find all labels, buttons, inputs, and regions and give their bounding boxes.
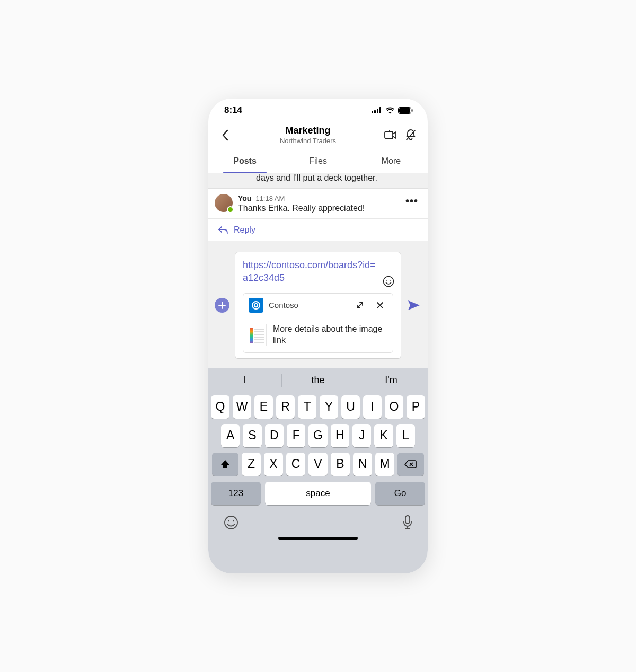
app-name: Contoso (269, 300, 347, 310)
key-z[interactable]: Z (242, 453, 261, 476)
dismiss-card-button[interactable] (373, 298, 387, 313)
svg-point-12 (384, 277, 394, 287)
send-button[interactable] (407, 299, 421, 312)
app-logo-icon (249, 298, 263, 313)
key-n[interactable]: N (353, 453, 372, 476)
svg-point-22 (225, 516, 237, 529)
key-b[interactable]: B (331, 453, 350, 476)
svg-rect-5 (399, 108, 410, 113)
dictation-button[interactable] (402, 515, 413, 530)
reply-icon (218, 226, 228, 234)
svg-line-17 (357, 303, 363, 308)
key-m[interactable]: M (375, 453, 394, 476)
tab-files[interactable]: Files (281, 150, 355, 173)
reply-button[interactable]: Reply (208, 218, 428, 241)
channel-header: Marketing Northwind Traders (208, 122, 428, 150)
message-author: You (238, 194, 251, 202)
key-s[interactable]: S (243, 424, 261, 447)
svg-rect-7 (385, 131, 393, 139)
meet-now-button[interactable] (383, 128, 398, 143)
emoji-picker-button[interactable] (383, 276, 394, 287)
key-d[interactable]: D (265, 424, 284, 447)
emoji-keyboard-button[interactable] (223, 515, 239, 530)
svg-rect-0 (372, 111, 373, 113)
home-indicator[interactable] (278, 537, 358, 540)
preview-description: More details about the image link (273, 324, 387, 346)
message-text: Thanks Erika. Really appreciated! (238, 204, 400, 213)
notifications-button[interactable] (403, 128, 418, 143)
team-name: Northwind Traders (238, 137, 378, 145)
compose-add-button[interactable] (215, 298, 229, 313)
key-e[interactable]: E (254, 395, 273, 419)
tab-posts[interactable]: Posts (208, 150, 281, 173)
phone-frame: 8:14 Marketing Northwind Traders (208, 99, 428, 573)
key-a[interactable]: A (221, 424, 240, 447)
key-y[interactable]: Y (320, 395, 338, 419)
battery-icon (398, 107, 413, 114)
svg-point-24 (233, 520, 234, 521)
key-k[interactable]: K (374, 424, 393, 447)
key-l[interactable]: L (396, 424, 415, 447)
message-time: 11:18 AM (255, 194, 285, 202)
previous-message-fragment: days and I'll put a deck together. (208, 173, 428, 188)
avatar (215, 194, 233, 212)
message-more-button[interactable]: ••• (405, 194, 418, 213)
key-shift[interactable] (212, 453, 238, 476)
svg-rect-25 (405, 516, 410, 524)
compose-link-text: https://contoso.com/boards?id=a12c34d5 (243, 259, 393, 285)
preview-thumbnail (249, 324, 267, 346)
cellular-icon (372, 107, 382, 113)
key-backspace[interactable] (398, 453, 424, 476)
key-j[interactable]: J (352, 424, 371, 447)
wifi-icon (385, 107, 395, 114)
key-numeric[interactable]: 123 (211, 482, 261, 505)
svg-rect-3 (379, 107, 381, 113)
key-x[interactable]: X (264, 453, 283, 476)
compose-area: https://contoso.com/boards?id=a12c34d5 C… (208, 241, 428, 368)
key-u[interactable]: U (341, 395, 360, 419)
message-thread: days and I'll put a deck together. You 1… (208, 173, 428, 241)
suggestion[interactable]: I'm (355, 368, 428, 393)
svg-rect-2 (377, 109, 378, 113)
suggestion[interactable]: the (281, 368, 355, 393)
tab-more[interactable]: More (355, 150, 428, 173)
svg-rect-6 (412, 109, 413, 112)
key-go[interactable]: Go (375, 482, 425, 505)
svg-rect-1 (374, 110, 376, 113)
link-preview-card: Contoso More details about the image lin… (243, 293, 393, 353)
expand-card-button[interactable] (352, 298, 367, 313)
svg-point-13 (386, 280, 387, 281)
key-v[interactable]: V (308, 453, 328, 476)
key-r[interactable]: R (276, 395, 295, 419)
status-time: 8:14 (224, 105, 242, 116)
key-w[interactable]: W (233, 395, 251, 419)
keyboard: I the I'm Q W E R T Y U I O P A S D F G … (208, 368, 428, 573)
channel-title: Marketing (238, 125, 378, 136)
key-space[interactable]: space (265, 482, 371, 505)
presence-available-icon (227, 206, 234, 213)
svg-point-15 (252, 302, 260, 309)
key-q[interactable]: Q (211, 395, 229, 419)
status-bar: 8:14 (208, 99, 428, 122)
key-h[interactable]: H (331, 424, 349, 447)
keyboard-suggestions: I the I'm (208, 368, 428, 393)
back-button[interactable] (218, 128, 233, 143)
key-t[interactable]: T (298, 395, 316, 419)
key-i[interactable]: I (363, 395, 382, 419)
svg-point-14 (390, 280, 391, 281)
key-f[interactable]: F (287, 424, 305, 447)
key-c[interactable]: C (286, 453, 305, 476)
key-g[interactable]: G (308, 424, 327, 447)
svg-point-23 (228, 520, 229, 521)
compose-input[interactable]: https://contoso.com/boards?id=a12c34d5 C… (235, 252, 401, 359)
channel-tabs: Posts Files More (208, 150, 428, 173)
key-o[interactable]: O (385, 395, 403, 419)
message-item[interactable]: You 11:18 AM Thanks Erika. Really apprec… (208, 188, 428, 218)
key-p[interactable]: P (407, 395, 425, 419)
suggestion[interactable]: I (208, 368, 281, 393)
svg-point-16 (254, 303, 258, 306)
reply-label: Reply (234, 225, 255, 235)
